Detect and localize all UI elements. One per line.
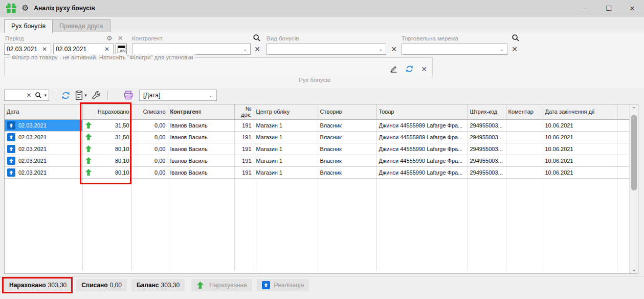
period-clear-icon[interactable]: ✕ <box>118 34 123 42</box>
accrual-arrow-icon <box>85 168 92 176</box>
bonus-type-label: Вид бонусів <box>267 35 299 41</box>
trade-network-label: Торговельна мережа <box>402 35 458 41</box>
period-gear-icon[interactable]: ⚙ <box>106 34 113 42</box>
title-bar: ⚙ Аналіз руху бонусів – ☐ ✕ <box>0 0 644 16</box>
realization-icon <box>262 281 270 289</box>
col-header-counterparty[interactable]: Контрагент <box>168 104 234 119</box>
report-button[interactable]: ▾ <box>72 90 90 101</box>
counterparty-label: Контрагент <box>132 35 162 41</box>
tab-bar: Рух бонусівПриведи друга <box>0 16 644 32</box>
scrollbar-thumb[interactable] <box>631 115 637 190</box>
minimize-button[interactable]: – <box>573 0 597 16</box>
tab-bring-a-friend[interactable]: Приведи друга <box>53 19 110 33</box>
status-accrued: Нараховано 303,30 <box>4 279 72 291</box>
app-gift-icon <box>5 2 17 14</box>
chevron-down-icon: ⌄ <box>243 47 247 52</box>
edit-pencil-icon[interactable] <box>389 65 398 73</box>
col-header-doc-no[interactable]: № док. <box>234 104 254 119</box>
realization-icon <box>7 168 15 177</box>
report-chevron-icon: ▾ <box>84 93 87 98</box>
bonus-grid: Дата Нараховано Списано Контрагент № док… <box>4 104 638 274</box>
chevron-down-icon: ⌄ <box>379 47 383 52</box>
period-from-input[interactable]: 02.03.2021 ✕ <box>4 44 51 55</box>
period-to-input[interactable]: 02.03.2021 ✕ <box>53 44 114 55</box>
col-header-date[interactable]: Дата <box>5 104 82 119</box>
accrual-arrow-icon <box>85 145 92 153</box>
window-title: Аналіз руху бонусів <box>34 5 95 12</box>
chevron-down-icon: ⌄ <box>209 93 213 98</box>
tab-bonus-movement[interactable]: Рух бонусів <box>4 19 53 33</box>
table-row[interactable]: 02.03.2021 80,10 0,00 Іванов Василь 191 … <box>5 166 629 178</box>
title-gear-icon: ⚙ <box>21 4 29 12</box>
table-row[interactable]: 02.03.2021 31,50 0,00 Іванов Василь 191 … <box>5 131 629 143</box>
period-from-clear-icon[interactable]: ✕ <box>40 46 49 53</box>
realization-icon <box>7 133 15 141</box>
refresh-icon[interactable] <box>405 65 414 73</box>
table-row[interactable]: 02.03.2021 80,10 0,00 Іванов Василь 191 … <box>5 155 629 166</box>
toolbar-separator <box>107 91 108 100</box>
wrench-icon <box>92 91 101 100</box>
realization-icon <box>7 145 15 153</box>
status-written-off: Списано 0,00 <box>76 279 127 291</box>
col-header-created-by[interactable]: Створив <box>318 104 376 119</box>
search-clear-icon[interactable]: ✕ <box>25 92 33 99</box>
search-icon[interactable] <box>35 92 42 99</box>
col-header-product[interactable]: Товар <box>376 104 468 119</box>
trade-network-clear-button[interactable]: ✕ <box>510 44 519 55</box>
vertical-scrollbar[interactable]: ⌃ ⌄ <box>629 104 638 273</box>
period-to-clear-icon[interactable]: ✕ <box>103 46 111 53</box>
table-row[interactable]: 02.03.2021 31,50 0,00 Іванов Василь 191 … <box>5 119 629 131</box>
section-title: Рух бонусів <box>0 77 629 83</box>
calendar-button[interactable]: 23 <box>116 44 127 55</box>
col-header-expiry-date[interactable]: Дата закінчення дії <box>543 104 617 119</box>
close-icon[interactable]: ✕ <box>421 65 427 73</box>
period-options: ⚙ ✕ <box>106 34 123 42</box>
settings-button[interactable] <box>90 90 103 101</box>
counterparty-combo[interactable]: ⌄ <box>132 44 251 55</box>
search-mode-chevron-icon[interactable]: ▾ <box>44 93 47 98</box>
status-bar: Нараховано 303,30 Списано 0,00 Баланс 30… <box>4 279 309 291</box>
accrual-arrow-icon <box>85 157 92 164</box>
bonus-type-clear-button[interactable]: ✕ <box>389 44 398 55</box>
document-icon <box>75 91 83 100</box>
table-row[interactable]: 02.03.2021 80,10 0,00 Іванов Василь 191 … <box>5 143 629 155</box>
product-filter-box: Фільтр по товару - не активний. Натисніт… <box>4 57 433 76</box>
realization-icon <box>7 157 15 165</box>
col-header-comment[interactable]: Коментар <box>506 104 543 119</box>
grid-toolbar: ✕ ▾ ▾ [Дата] ⌄ <box>4 89 217 101</box>
header-row: Дата Нараховано Списано Контрагент № док… <box>5 104 629 119</box>
col-header-accrued[interactable]: Нараховано <box>82 104 131 119</box>
toolbar-separator <box>54 91 54 100</box>
col-header-barcode[interactable]: Штрих-код <box>468 104 506 119</box>
counterparty-clear-button[interactable]: ✕ <box>253 44 262 55</box>
col-header-accounting-center[interactable]: Центр обліку <box>254 104 318 119</box>
trade-network-search-icon[interactable] <box>512 34 520 42</box>
scroll-down-icon[interactable]: ⌄ <box>630 265 638 273</box>
trade-network-combo[interactable]: ⌄ <box>402 44 507 55</box>
maximize-button[interactable]: ☐ <box>597 0 620 16</box>
chevron-down-icon: ⌄ <box>500 47 504 52</box>
scroll-up-icon[interactable]: ⌃ <box>630 104 638 113</box>
period-label: Період <box>5 35 24 41</box>
accrual-arrow-icon <box>85 121 92 129</box>
counterparty-search-icon[interactable] <box>253 34 261 42</box>
legend-realization: Реалізація <box>257 279 309 291</box>
close-button[interactable]: ✕ <box>620 0 644 16</box>
product-filter-message: Фільтр по товару - не активний. Натисніт… <box>10 54 195 60</box>
legend-accrual: Нарахування <box>191 279 252 291</box>
print-button[interactable] <box>122 90 135 101</box>
bonus-type-combo[interactable]: ⌄ <box>267 44 386 55</box>
accrual-arrow-icon <box>85 133 92 141</box>
status-balance: Баланс 303,30 <box>131 279 185 291</box>
printer-icon <box>123 90 134 100</box>
col-header-filler <box>617 104 629 119</box>
calendar-icon: 23 <box>118 46 125 53</box>
col-header-written-off[interactable]: Списано <box>131 104 168 119</box>
search-input[interactable]: ✕ ▾ <box>4 90 49 101</box>
bonus-table: Дата Нараховано Списано Контрагент № док… <box>5 104 630 271</box>
empty-grid-area <box>5 178 629 271</box>
realization-icon <box>7 121 15 130</box>
refresh-button[interactable] <box>59 90 72 101</box>
accrual-arrow-icon <box>196 281 204 289</box>
sort-field-combo[interactable]: [Дата] ⌄ <box>139 90 217 101</box>
